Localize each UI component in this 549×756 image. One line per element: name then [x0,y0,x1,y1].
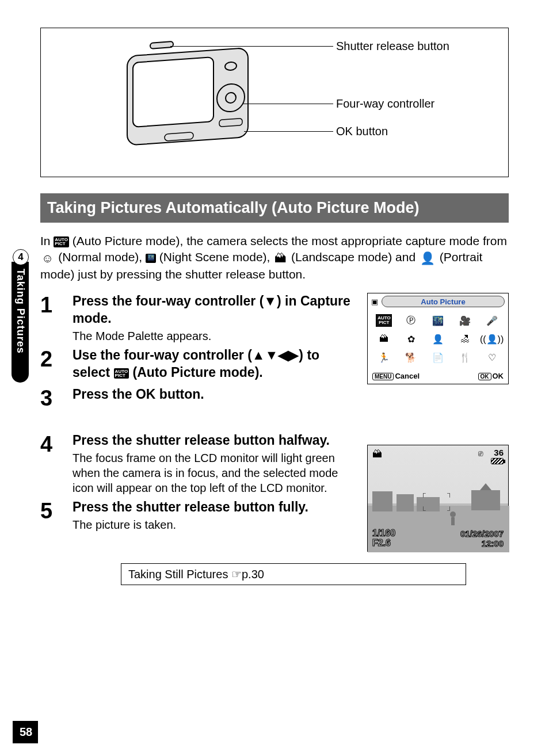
palette-cancel: MENUCancel [372,372,420,380]
chapter-tab: 4 Taking Pictures [12,249,30,393]
step-3: 3 Press the OK button. [40,386,352,409]
palette-movie-icon: 🎥 [457,314,473,327]
palette-text-icon: 📄 [430,351,446,364]
palette-title: Auto Picture [382,296,505,307]
step-title: Press the OK button. [73,386,352,403]
step-number: 1 [40,293,73,343]
step-number: 5 [40,499,73,532]
step-title: Press the shutter release button fully. [73,499,352,516]
ok-key-icon: OK [478,373,491,380]
cross-reference-box: Taking Still Pictures ☞p.30 [121,563,466,585]
intro-paragraph: In AUTOPICT (Auto Picture mode), the cam… [40,233,509,282]
battery-icon [491,458,504,464]
page-ref: ☞p.30 [231,568,264,581]
step-desc: The Mode Palette appears. [73,329,352,343]
svg-rect-15 [451,517,455,525]
svg-rect-6 [219,119,242,127]
svg-rect-9 [372,491,392,511]
smile-icon: ☺ [41,250,54,266]
palette-shake-icon: ((👤)) [484,333,500,345]
palette-ok: OKOK [478,372,504,380]
chapter-number-badge: 4 [13,249,29,265]
svg-rect-10 [396,494,414,511]
step-number: 3 [40,386,73,409]
step-number: 4 [40,432,73,495]
step-number: 2 [40,347,73,383]
step-4: 4 Press the shutter release button halfw… [40,432,352,495]
palette-frame-icon: ♡ [484,351,500,364]
page-number: 58 [13,721,38,743]
lcd-preview-screenshot: 🏔 ⎚ 36 ┌ ┐ └ ┘ 1/160 F2.6 01/26/2007 12:… [367,445,509,552]
step-5: 5 Press the shutter release button fully… [40,499,352,532]
auto-pict-icon: AUTOPICT [114,368,129,379]
night-scene-icon: 🌃 [146,254,156,263]
palette-auto-pict-icon: AUTOPICT [376,314,392,327]
step-title: Press the four-way controller (▼) in Cap… [73,293,352,327]
diagram-label-fourway: Four-way controller [336,97,434,110]
palette-pet-icon: 🐕 [403,351,419,364]
palette-landscape-icon: 🏔 [376,333,392,345]
palette-flower-icon: ✿ [403,333,419,345]
diagram-label-ok: OK button [336,125,388,138]
date: 01/26/2007 [460,529,504,539]
mode-icon: 🏔 [372,449,382,460]
time: 12:00 [482,539,504,548]
mode-palette-screenshot: ▣ Auto Picture AUTOPICT Ⓟ 🌃 🎥 🎤 🏔 ✿ 👤 🏖 … [367,293,509,384]
memory-icon: ⎚ [478,449,483,458]
palette-sport-icon: 🏃 [376,351,392,364]
svg-rect-1 [133,57,214,127]
step-title: Use the four-way controller (▲▼◀▶) to se… [73,347,352,381]
camera-illustration [116,40,260,166]
aperture: F2.6 [372,538,391,548]
step-desc: The focus frame on the LCD monitor will … [73,450,352,495]
shots-remaining: 36 [494,448,504,457]
palette-night-icon: 🌃 [430,314,446,327]
step-2: 2 Use the four-way controller (▲▼◀▶) to … [40,347,352,383]
palette-voice-icon: 🎤 [484,314,500,327]
palette-program-icon: Ⓟ [403,314,419,327]
diagram-label-shutter: Shutter release button [336,40,449,53]
landscape-icon: 🏔 [274,250,287,266]
section-heading: Taking Pictures Automatically (Auto Pict… [40,193,509,223]
svg-marker-13 [480,483,491,490]
step-desc: The picture is taken. [73,517,352,532]
shutter-speed: 1/160 [372,528,395,539]
step-title: Press the shutter release button halfway… [73,432,352,449]
palette-food-icon: 🍴 [457,351,473,364]
chapter-title: Taking Pictures [14,269,26,354]
camera-icon: ▣ [371,297,378,306]
auto-pict-icon: AUTOPICT [54,236,69,247]
camera-diagram: Shutter release button Four-way controll… [40,28,509,177]
palette-portrait-icon: 👤 [430,333,446,345]
menu-key-icon: MENU [372,373,394,380]
step-1: 1 Press the four-way controller (▼) in C… [40,293,352,343]
portrait-icon: 👤 [420,250,435,266]
svg-rect-12 [471,490,500,510]
svg-rect-5 [150,41,173,49]
palette-surf-icon: 🏖 [457,333,473,345]
